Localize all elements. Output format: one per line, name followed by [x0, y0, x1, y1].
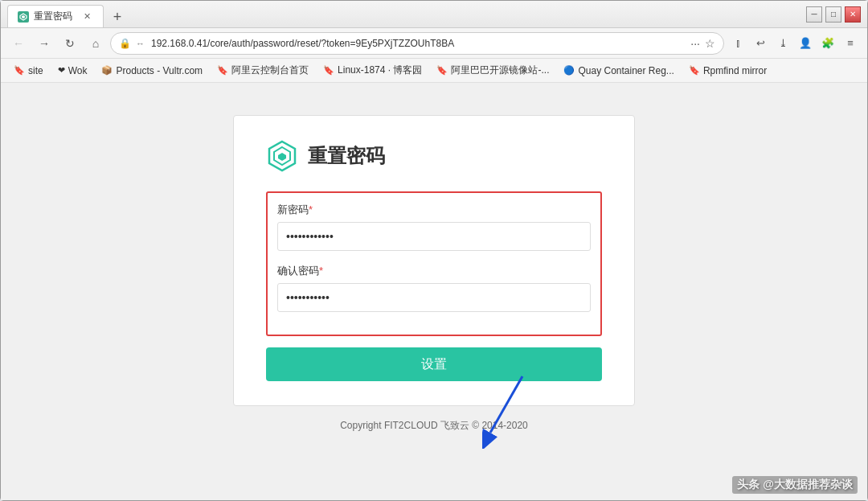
- bookmark-alibaba-icon: 🔖: [436, 65, 448, 76]
- bookmark-star-icon[interactable]: ☆: [705, 37, 715, 50]
- card-header: 重置密码: [266, 140, 602, 172]
- new-password-group: 新密码*: [277, 203, 591, 251]
- bookmark-alibaba-label: 阿里巴巴开源镜像站-...: [451, 64, 549, 77]
- arrow-icon: ↔: [136, 39, 145, 48]
- bookmark-quay-label: Quay Container Reg...: [578, 65, 674, 76]
- bookmark-wok[interactable]: ❤ Wok: [51, 63, 94, 79]
- new-tab-button[interactable]: +: [107, 6, 128, 27]
- confirm-password-input[interactable]: [277, 283, 591, 312]
- fit2cloud-logo: [266, 140, 298, 172]
- window-controls: ─ □ ✕: [806, 6, 861, 23]
- password-form-section: 新密码* 确认密码*: [266, 191, 602, 336]
- address-input[interactable]: [151, 38, 686, 49]
- page-content: 重置密码 新密码* 确认密码*: [1, 83, 867, 500]
- bookmark-rpmfind[interactable]: 🔖 Rpmfind mirror: [682, 63, 773, 79]
- more-options-icon[interactable]: ···: [690, 37, 700, 50]
- new-password-input[interactable]: [277, 222, 591, 251]
- address-bar[interactable]: 🔒 ↔ ··· ☆: [110, 32, 724, 55]
- svg-marker-1: [22, 15, 25, 18]
- bookmark-site-icon: 🔖: [14, 65, 25, 76]
- forward-button[interactable]: →: [33, 32, 55, 55]
- svg-marker-4: [278, 153, 286, 161]
- bookmark-aliyun-icon: 🔖: [217, 65, 228, 76]
- active-tab[interactable]: 重置密码 ✕: [7, 5, 104, 27]
- bookmarks-icon[interactable]: ⫿: [727, 33, 748, 54]
- bookmark-alibaba[interactable]: 🔖 阿里巴巴开源镜像站-...: [430, 61, 555, 80]
- bookmark-rpmfind-label: Rpmfind mirror: [703, 65, 767, 76]
- history-icon[interactable]: ↩: [750, 33, 771, 54]
- confirm-password-label: 确认密码*: [277, 264, 591, 278]
- back-button[interactable]: ←: [7, 32, 30, 55]
- titlebar: 重置密码 ✕ + ─ □ ✕: [1, 1, 867, 28]
- bookmark-aliyun-label: 阿里云控制台首页: [231, 64, 309, 77]
- tab-title: 重置密码: [34, 10, 72, 23]
- bookmark-site-label: site: [28, 65, 43, 76]
- browser-toolbar: ⫿ ↩ ⤓ 👤 🧩 ≡: [727, 33, 861, 54]
- bookmark-quay[interactable]: 🔵 Quay Container Reg...: [557, 63, 680, 79]
- bookmark-rpmfind-icon: 🔖: [689, 65, 700, 76]
- footer-copyright: Copyright FIT2CLOUD 飞致云 © 2014-2020: [340, 419, 528, 433]
- bookmark-linux-icon: 🔖: [323, 65, 334, 76]
- close-button[interactable]: ✕: [845, 6, 861, 23]
- bookmark-vultr-icon: 📦: [101, 65, 113, 76]
- bookmark-vultr-label: Products - Vultr.com: [116, 65, 203, 76]
- bookmark-quay-icon: 🔵: [563, 65, 575, 76]
- security-icon: 🔒: [119, 38, 131, 49]
- page-title: 重置密码: [308, 143, 385, 169]
- bookmark-linux-label: Linux-1874 · 博客园: [338, 64, 422, 77]
- tab-favicon: [18, 11, 29, 23]
- refresh-button[interactable]: ↻: [59, 32, 81, 55]
- bookmark-vultr[interactable]: 📦 Products - Vultr.com: [95, 63, 209, 79]
- watermark: 头条 @大数据推荐杂谈: [732, 476, 858, 494]
- minimize-button[interactable]: ─: [806, 6, 822, 23]
- new-password-label: 新密码*: [277, 203, 591, 217]
- bookmark-wok-icon: ❤: [58, 65, 65, 76]
- profile-icon[interactable]: 👤: [795, 33, 816, 54]
- bookmark-aliyun[interactable]: 🔖 阿里云控制台首页: [211, 61, 315, 80]
- submit-button[interactable]: 设置: [266, 347, 602, 381]
- bookmark-linux[interactable]: 🔖 Linux-1874 · 博客园: [317, 61, 428, 80]
- tab-close-button[interactable]: ✕: [80, 10, 93, 23]
- restore-button[interactable]: □: [825, 6, 841, 23]
- download-icon[interactable]: ⤓: [772, 33, 793, 54]
- reset-password-card: 重置密码 新密码* 确认密码*: [233, 115, 635, 406]
- bookmark-site[interactable]: 🔖 site: [7, 63, 50, 79]
- menu-icon[interactable]: ≡: [840, 33, 861, 54]
- bookmark-wok-label: Wok: [68, 65, 88, 76]
- confirm-password-group: 确认密码*: [277, 264, 591, 312]
- tab-bar: 重置密码 ✕ +: [7, 1, 806, 27]
- bookmarks-bar: 🔖 site ❤ Wok 📦 Products - Vultr.com 🔖 阿里…: [1, 59, 867, 83]
- navigation-bar: ← → ↻ ⌂ 🔒 ↔ ··· ☆ ⫿ ↩ ⤓ 👤 🧩 ≡: [1, 28, 867, 59]
- home-button[interactable]: ⌂: [84, 32, 107, 55]
- extensions-icon[interactable]: 🧩: [817, 33, 838, 54]
- browser-window: 重置密码 ✕ + ─ □ ✕ ← → ↻ ⌂ 🔒 ↔ ··· ☆ ⫿ ↩ ⤓ 👤…: [0, 0, 868, 501]
